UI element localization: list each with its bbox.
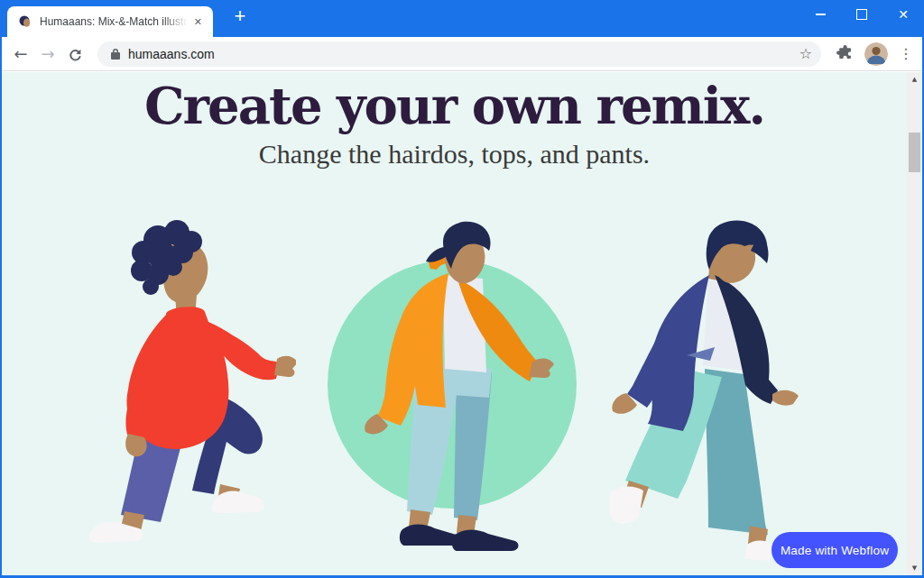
browser-window: Humaaans: Mix-&-Match illustrat ✕ + ✕ ← … [0, 0, 924, 578]
browser-toolbar: ← → humaaans.com ☆ [2, 37, 922, 71]
extensions-puzzle-icon[interactable] [828, 44, 859, 63]
tab-title: Humaaans: Mix-&-Match illustrat [40, 15, 190, 28]
back-button[interactable]: ← [7, 44, 34, 63]
badge-label: Made with Webflow [781, 544, 889, 557]
reload-icon [68, 48, 83, 63]
menu-dots-icon[interactable]: ⋮ [893, 45, 919, 62]
chrome-body: ← → humaaans.com ☆ [2, 37, 922, 575]
tab-close-icon[interactable]: ✕ [190, 14, 206, 30]
new-tab-button[interactable]: + [227, 5, 253, 30]
window-close-button[interactable]: ✕ [882, 0, 924, 29]
browser-tab[interactable]: Humaaans: Mix-&-Match illustrat ✕ [7, 6, 213, 37]
illustration-person-red-sweater [79, 217, 296, 560]
reload-button[interactable] [61, 44, 88, 63]
made-with-webflow-badge[interactable]: Made with Webflow [772, 532, 898, 568]
page-content: Create your own remix. Change the hairdo… [2, 72, 922, 575]
page-title: Create your own remix. [2, 74, 907, 137]
page-subtitle: Change the hairdos, tops, and pants. [2, 139, 907, 170]
window-minimize-button[interactable] [799, 0, 841, 29]
scroll-down-arrow-icon[interactable]: ▼ [907, 561, 922, 575]
scrollbar-thumb[interactable] [909, 133, 920, 172]
scrollbar[interactable]: ▲ ▼ [907, 72, 922, 575]
window-maximize-button[interactable] [841, 0, 882, 29]
window-controls: ✕ [799, 0, 924, 29]
url-text[interactable]: humaaans.com [128, 47, 799, 61]
humaaans-favicon-icon [18, 14, 32, 29]
bookmark-star-icon[interactable]: ☆ [799, 45, 812, 62]
illustration-person-navy-jacket [607, 217, 810, 569]
scroll-up-arrow-icon[interactable]: ▲ [907, 72, 922, 87]
forward-button[interactable]: → [34, 44, 61, 63]
tab-bar: Humaaans: Mix-&-Match illustrat ✕ + ✕ [0, 0, 924, 37]
profile-avatar[interactable] [864, 42, 888, 66]
lock-icon [110, 48, 121, 60]
illustration-person-orange-hoodie [323, 217, 594, 560]
address-bar[interactable]: humaaans.com ☆ [97, 41, 821, 67]
hero-section: Create your own remix. Change the hairdo… [2, 72, 907, 170]
